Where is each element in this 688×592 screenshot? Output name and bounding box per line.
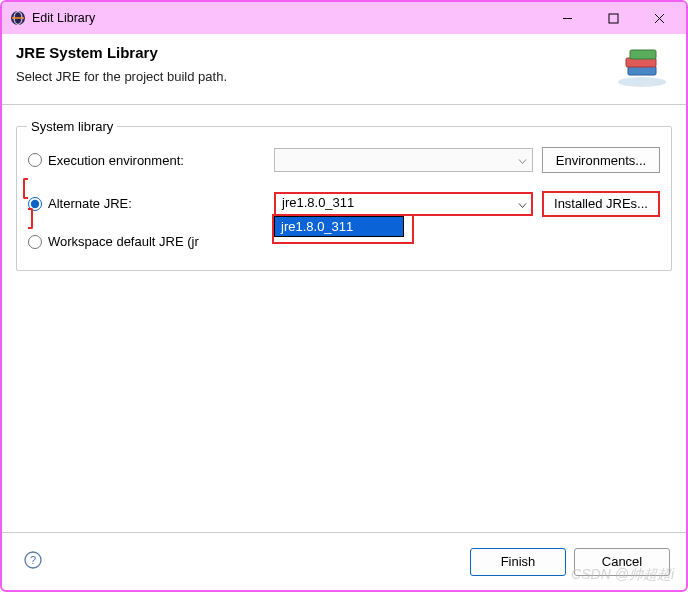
dialog-window: Edit Library JRE System Library Select J… bbox=[0, 0, 688, 592]
eclipse-icon bbox=[10, 10, 26, 26]
svg-point-6 bbox=[618, 77, 666, 87]
environments-button[interactable]: Environments... bbox=[542, 147, 660, 173]
installed-jres-button[interactable]: Installed JREs... bbox=[542, 191, 660, 217]
alternate-jre-combo[interactable]: jre1.8.0_311 jre1.8.0_311 bbox=[274, 192, 533, 216]
window-title: Edit Library bbox=[32, 11, 544, 25]
dialog-content: System library Execution environment: bbox=[2, 105, 686, 532]
alternate-jre-dropdown[interactable]: jre1.8.0_311 bbox=[274, 216, 404, 237]
alternate-jre-radio-input[interactable] bbox=[28, 197, 42, 211]
maximize-button[interactable] bbox=[590, 3, 636, 33]
finish-button[interactable]: Finish bbox=[470, 548, 566, 576]
svg-rect-3 bbox=[609, 14, 618, 23]
execution-env-label: Execution environment: bbox=[48, 153, 184, 168]
header-subtitle: Select JRE for the project build path. bbox=[16, 69, 227, 84]
execution-env-radio-input[interactable] bbox=[28, 153, 42, 167]
alternate-jre-field[interactable]: jre1.8.0_311 bbox=[274, 192, 533, 216]
dropdown-item[interactable]: jre1.8.0_311 bbox=[275, 217, 403, 236]
dialog-footer: ? Finish Cancel bbox=[2, 532, 686, 590]
title-bar[interactable]: Edit Library bbox=[2, 2, 686, 34]
execution-env-radio[interactable]: Execution environment: bbox=[28, 153, 269, 168]
window-buttons bbox=[544, 3, 682, 33]
library-icon bbox=[612, 44, 672, 92]
svg-rect-9 bbox=[630, 50, 656, 59]
alternate-jre-label: Alternate JRE: bbox=[48, 196, 132, 211]
close-button[interactable] bbox=[636, 3, 682, 33]
help-icon: ? bbox=[24, 551, 42, 569]
workspace-default-label: Workspace default JRE (jr bbox=[48, 234, 199, 249]
help-button[interactable]: ? bbox=[18, 550, 42, 574]
dialog-header: JRE System Library Select JRE for the pr… bbox=[2, 34, 686, 105]
group-legend: System library bbox=[27, 119, 117, 134]
execution-env-field[interactable] bbox=[274, 148, 533, 172]
alternate-jre-radio[interactable]: Alternate JRE: bbox=[28, 196, 269, 211]
execution-env-combo[interactable] bbox=[274, 148, 533, 172]
cancel-button[interactable]: Cancel bbox=[574, 548, 670, 576]
system-library-group: System library Execution environment: bbox=[16, 119, 672, 271]
svg-text:?: ? bbox=[30, 554, 36, 566]
minimize-button[interactable] bbox=[544, 3, 590, 33]
header-title: JRE System Library bbox=[16, 44, 227, 61]
workspace-default-radio-input[interactable] bbox=[28, 235, 42, 249]
